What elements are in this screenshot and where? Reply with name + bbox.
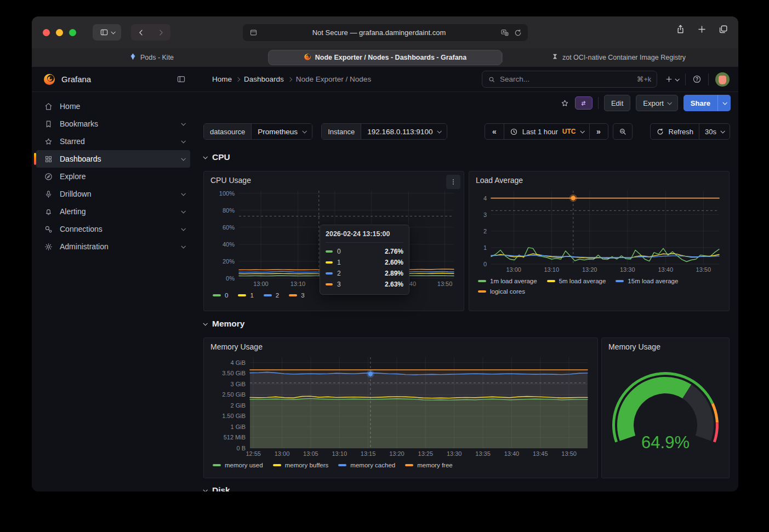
back-button[interactable] bbox=[131, 28, 151, 37]
share-icon[interactable] bbox=[675, 24, 686, 35]
sidebar-item-administration[interactable]: Administration bbox=[36, 238, 190, 255]
sidebar-item-dashboards[interactable]: Dashboards bbox=[36, 150, 190, 168]
search-placeholder: Search... bbox=[500, 75, 529, 83]
refresh-interval-button[interactable]: 30s bbox=[699, 124, 730, 139]
section-memory[interactable]: Memory bbox=[203, 319, 244, 329]
chevron-down-icon bbox=[580, 129, 584, 133]
divider bbox=[685, 73, 686, 85]
time-picker: « Last 1 hour UTC » bbox=[485, 123, 608, 140]
chevron-down-icon bbox=[181, 209, 185, 213]
share-menu-button[interactable] bbox=[717, 95, 731, 111]
new-tab-icon[interactable] bbox=[697, 24, 707, 35]
svg-text:13:40: 13:40 bbox=[504, 450, 520, 457]
svg-text:13:20: 13:20 bbox=[582, 266, 597, 273]
url-text: Not Secure — grafana.damingerdaint.com bbox=[258, 28, 500, 37]
add-button[interactable] bbox=[665, 75, 679, 83]
legend-item[interactable]: memory buffers bbox=[273, 462, 329, 468]
svg-text:1 GiB: 1 GiB bbox=[230, 424, 246, 430]
load-average-chart[interactable]: 0123413:0013:1013:2013:3013:4013:50 bbox=[475, 187, 724, 274]
tab-overview-icon[interactable] bbox=[718, 24, 728, 35]
svg-text:40%: 40% bbox=[223, 241, 235, 248]
legend-item[interactable]: 1 bbox=[238, 292, 253, 299]
history-nav bbox=[131, 24, 170, 41]
sidebar-item-connections[interactable]: Connections bbox=[36, 220, 190, 238]
legend-item[interactable]: 3 bbox=[289, 292, 304, 299]
chevron-down-icon bbox=[181, 121, 185, 125]
legend-item[interactable]: 0 bbox=[213, 292, 228, 299]
browser-tab-0[interactable]: Pods - Kite bbox=[35, 48, 268, 67]
forward-button[interactable] bbox=[151, 28, 170, 37]
legend-item[interactable]: 15m load average bbox=[616, 278, 678, 284]
swap-arrows-icon bbox=[579, 99, 588, 107]
browser-tab-1[interactable]: Node Exporter / Nodes - Dashboards - Gra… bbox=[268, 50, 502, 65]
svg-text:64.9%: 64.9% bbox=[641, 433, 690, 452]
grafana-brand[interactable]: Grafana bbox=[32, 73, 195, 86]
sidebar-item-drilldown[interactable]: Drilldown bbox=[36, 185, 190, 203]
section-disk[interactable]: Disk bbox=[203, 485, 230, 491]
datasource-label: datasource bbox=[204, 124, 252, 139]
refresh-button[interactable]: Refresh bbox=[651, 124, 699, 139]
breadcrumb-item[interactable]: Home bbox=[212, 75, 232, 83]
sidebar: HomeBookmarksStarredDashboardsExploreDri… bbox=[32, 92, 195, 491]
legend-item[interactable]: memory used bbox=[213, 462, 263, 468]
search-icon bbox=[488, 76, 495, 83]
browser-window: Not Secure — grafana.damingerdaint.com P… bbox=[32, 16, 738, 491]
time-shift-back-button[interactable]: « bbox=[485, 124, 504, 139]
clock-icon bbox=[510, 128, 518, 136]
panel-title[interactable]: Memory Usage bbox=[607, 341, 724, 353]
panel-title[interactable]: Load Average bbox=[475, 175, 724, 187]
address-bar[interactable]: Not Secure — grafana.damingerdaint.com bbox=[243, 24, 528, 41]
translate-icon[interactable] bbox=[500, 28, 509, 37]
drill-icon bbox=[44, 190, 53, 199]
datasource-variable[interactable]: datasource Prometheus bbox=[203, 123, 312, 140]
legend-item[interactable]: memory free bbox=[405, 462, 453, 468]
svg-text:13:10: 13:10 bbox=[544, 266, 559, 273]
kite-icon bbox=[129, 53, 136, 62]
export-button[interactable]: Export bbox=[636, 95, 678, 111]
zoom-out-button[interactable] bbox=[613, 123, 633, 140]
chevron-down-icon bbox=[181, 226, 185, 231]
sidebar-item-explore[interactable]: Explore bbox=[36, 168, 190, 185]
browser-tab-2[interactable]: zot OCI-native Container Image Registry bbox=[502, 48, 735, 67]
svg-text:12:55: 12:55 bbox=[246, 450, 261, 457]
memory-usage-chart[interactable]: 0 B512 MiB1 GiB1.50 GiB2 GiB2.50 GiB3 Gi… bbox=[209, 353, 592, 459]
search-input[interactable]: Search... ⌘+k bbox=[482, 71, 657, 88]
legend-item[interactable]: 5m load average bbox=[547, 278, 606, 284]
breadcrumb-item[interactable]: Dashboards bbox=[244, 75, 284, 83]
shared-crosshair-button[interactable] bbox=[575, 96, 593, 110]
section-cpu[interactable]: CPU bbox=[203, 152, 230, 162]
share-button[interactable]: Share bbox=[683, 95, 717, 111]
sidebar-item-home[interactable]: Home bbox=[36, 98, 190, 115]
legend-item[interactable]: memory cached bbox=[338, 462, 395, 468]
collapse-sidebar-icon[interactable] bbox=[176, 75, 186, 84]
panel-title[interactable]: CPU Usage bbox=[209, 175, 458, 187]
minimize-window-icon[interactable] bbox=[56, 29, 63, 36]
sidebar-item-bookmarks[interactable]: Bookmarks bbox=[36, 115, 190, 133]
star-button[interactable] bbox=[560, 99, 569, 108]
chart-tooltip: 2026-02-24 13:15:00 02.76%12.60%22.89%32… bbox=[320, 225, 409, 295]
time-shift-forward-button[interactable]: » bbox=[589, 124, 608, 139]
brand-name: Grafana bbox=[61, 75, 91, 84]
reload-icon[interactable] bbox=[514, 28, 522, 37]
chevron-right-icon bbox=[236, 77, 240, 81]
browser-sidebar-button[interactable] bbox=[93, 24, 121, 41]
time-range-button[interactable]: Last 1 hour UTC bbox=[504, 124, 589, 139]
chevron-down-icon bbox=[111, 30, 115, 34]
instance-variable[interactable]: Instance 192.168.0.113:9100 bbox=[321, 123, 447, 140]
legend-item[interactable]: 2 bbox=[264, 292, 279, 299]
panel-title[interactable]: Memory Usage bbox=[209, 341, 592, 353]
legend-item[interactable]: 1m load average bbox=[478, 278, 537, 284]
close-window-icon[interactable] bbox=[43, 29, 50, 36]
zoom-window-icon[interactable] bbox=[69, 29, 76, 36]
sidebar-item-alerting[interactable]: Alerting bbox=[36, 203, 190, 220]
panel-memory-gauge: Memory Usage 64.9% bbox=[601, 337, 730, 478]
avatar[interactable] bbox=[715, 72, 730, 87]
legend-item[interactable]: logical cores bbox=[478, 288, 525, 295]
compass-icon bbox=[44, 172, 53, 181]
sidebar-item-starred[interactable]: Starred bbox=[36, 133, 190, 150]
help-button[interactable] bbox=[692, 75, 702, 84]
grafana-app: Grafana HomeDashboardsNode Exporter / No… bbox=[32, 67, 738, 491]
breadcrumb-item: Node Exporter / Nodes bbox=[296, 75, 371, 83]
screen: Not Secure — grafana.damingerdaint.com P… bbox=[0, 0, 769, 532]
edit-button[interactable]: Edit bbox=[604, 95, 630, 111]
